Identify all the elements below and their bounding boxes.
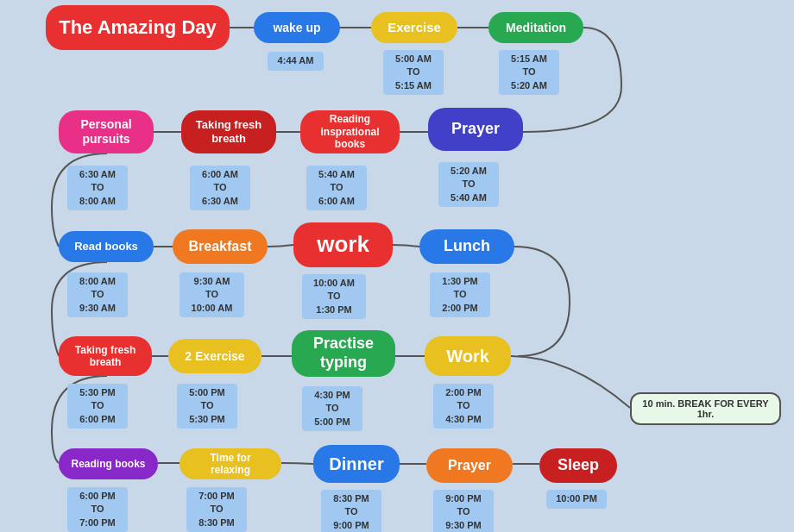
node-prayer1: Prayer xyxy=(428,108,523,151)
time-badge-t-readingbooks2: 6:00 PM TO 7:00 PM xyxy=(67,487,128,532)
node-meditation: Meditation xyxy=(488,12,583,43)
node-sleep: Sleep xyxy=(539,448,617,483)
node-readbooks: Read books xyxy=(59,231,154,262)
node-personal: Personal pursuits xyxy=(59,110,154,153)
time-badge-t-relaxing: 7:00 PM TO 8:30 PM xyxy=(186,487,247,532)
time-badge-t-exercise1: 5:00 AM TO 5:15 AM xyxy=(383,50,444,95)
time-badge-t-meditation: 5:15 AM TO 5:20 AM xyxy=(499,50,559,95)
time-badge-t-readingbooks: 5:40 AM TO 6:00 AM xyxy=(306,166,367,210)
time-badge-t-readbooks: 8:00 AM TO 9:30 AM xyxy=(67,272,128,317)
time-badge-t-prayer1: 5:20 AM TO 5:40 AM xyxy=(438,162,499,207)
time-badge-t-freshbreath2: 5:30 PM TO 6:00 PM xyxy=(67,384,128,429)
time-badge-t-wakeup: 4:44 AM xyxy=(268,52,324,71)
time-badge-t-work1: 10:00 AM TO 1:30 PM xyxy=(302,274,366,319)
node-work1: work xyxy=(293,222,393,267)
time-badge-t-personal: 6:30 AM TO 8:00 AM xyxy=(67,166,128,210)
node-exercise2: 2 Exercise xyxy=(168,339,262,373)
node-practise: Practise typing xyxy=(292,330,395,377)
node-work2: Work xyxy=(425,336,511,376)
node-wakeup: wake up xyxy=(254,12,340,43)
node-readingbooks2: Reading books xyxy=(59,448,158,479)
time-badge-t-practise: 4:30 PM TO 5:00 PM xyxy=(302,386,362,431)
node-title: The Amazing Day xyxy=(46,5,230,50)
time-badge-t-work2: 2:00 PM TO 4:30 PM xyxy=(433,384,494,429)
time-badge-t-prayer2: 9:00 PM TO 9:30 PM xyxy=(433,490,494,532)
node-readingbooks: Reading insprational books xyxy=(300,110,400,153)
time-badge-t-dinner: 8:30 PM TO 9:00 PM xyxy=(321,490,381,532)
node-relaxing: Time for relaxing xyxy=(180,448,281,479)
node-lunch: Lunch xyxy=(419,229,514,264)
node-freshbreath1: Taking fresh breath xyxy=(181,110,276,153)
node-freshbreath2: Taking fresh breath xyxy=(59,336,152,376)
time-badge-t-breakfast: 9:30 AM TO 10:00 AM xyxy=(180,272,244,317)
time-badge-t-exercise2: 5:00 PM TO 5:30 PM xyxy=(177,384,237,429)
node-breakfast: Breakfast xyxy=(173,229,268,264)
node-dinner: Dinner xyxy=(313,445,400,483)
node-prayer2: Prayer xyxy=(426,448,513,483)
time-badge-t-sleep: 10:00 PM xyxy=(546,490,607,509)
break-badge: 10 min. BREAK FOR EVERY 1hr. xyxy=(630,392,781,425)
node-exercise1: Exercise xyxy=(371,12,457,43)
time-badge-t-freshbreath1: 6:00 AM TO 6:30 AM xyxy=(190,166,250,210)
time-badge-t-lunch: 1:30 PM TO 2:00 PM xyxy=(430,272,490,317)
